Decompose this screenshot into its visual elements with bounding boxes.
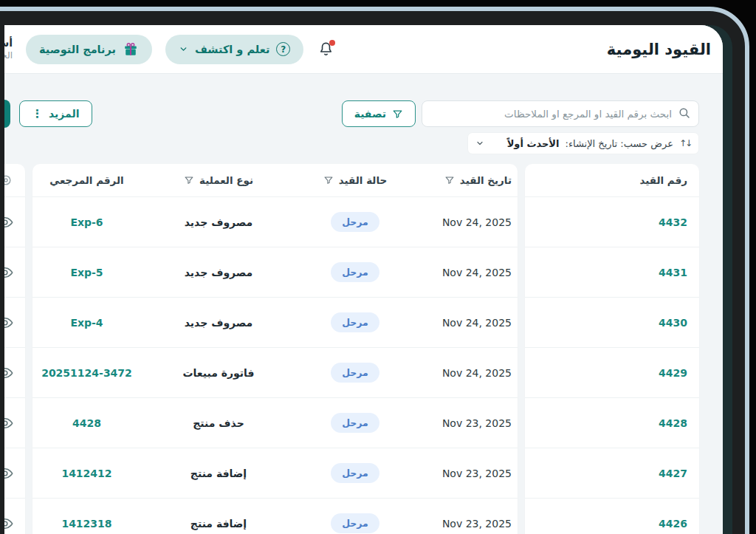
table-row: 4432 [525, 196, 699, 247]
sort-row: ↓↑ عرض حسب: تاريخ الإنشاء: الأحدث أولاً [4, 132, 699, 154]
device-frame: القيود اليومية ? تعلم و اكتشف [0, 7, 749, 534]
entry-date-cell: Nov 23, 2025 [414, 518, 518, 530]
reference-link[interactable]: 1412318 [61, 518, 111, 530]
reference-link[interactable]: Exp-5 [70, 267, 103, 278]
column-header-type[interactable]: نوع العملية [141, 174, 296, 186]
view-entry-icon[interactable] [4, 214, 13, 230]
entry-number-link[interactable]: 4427 [659, 468, 687, 479]
table-row [4, 247, 25, 297]
column-header-number: رقم القيد [525, 164, 699, 196]
more-button[interactable]: المزيد ⋮ [19, 100, 92, 127]
main-table-body: Nov 24, 2025مرحلمصروف جديدExp-6Nov 24, 2… [32, 196, 518, 534]
learn-discover-button[interactable]: ? تعلم و اكتشف [165, 35, 303, 64]
table-row: 4426 [525, 498, 699, 534]
page-title: القيود اليومية [607, 41, 711, 58]
entry-number-link[interactable]: 4431 [659, 267, 687, 278]
entry-status-cell: مرحل [296, 363, 414, 383]
reference-cell: 4428 [32, 417, 141, 429]
status-badge: مرحل [331, 262, 379, 282]
funnel-icon[interactable] [184, 175, 194, 185]
reference-link[interactable]: Exp-4 [70, 317, 103, 329]
table-row: 4430 [525, 297, 699, 347]
referral-program-label: برنامج التوصية [39, 44, 116, 55]
entry-status-cell: مرحل [296, 413, 414, 433]
notifications-button[interactable] [317, 41, 334, 58]
entry-status-cell: مرحل [296, 513, 414, 533]
notification-dot [329, 40, 335, 46]
view-entry-icon[interactable] [4, 415, 13, 431]
entry-date-cell: Nov 23, 2025 [414, 417, 518, 429]
table-row [4, 347, 25, 397]
status-badge: مرحل [331, 413, 379, 433]
sort-dropdown[interactable]: ↓↑ عرض حسب: تاريخ الإنشاء: الأحدث أولاً [467, 132, 699, 154]
table-row: Nov 24, 2025مرحلمصروف جديدExp-5 [32, 247, 518, 297]
reference-cell: Exp-4 [32, 317, 141, 329]
app-screen: القيود اليومية ? تعلم و اكتشف [4, 25, 723, 534]
view-entry-icon[interactable] [4, 465, 13, 482]
view-entry-icon[interactable] [4, 264, 13, 281]
view-entry-icon[interactable] [4, 516, 13, 532]
table-row: Nov 24, 2025مرحلمصروف جديدExp-6 [32, 196, 518, 247]
operation-type-cell: إضافة منتج [141, 518, 296, 530]
entry-status-cell: مرحل [296, 463, 414, 483]
status-badge: مرحل [331, 463, 379, 483]
table-row [4, 297, 25, 347]
sort-arrows-icon: ↓↑ [679, 138, 691, 148]
entry-number-link[interactable]: 4428 [659, 417, 687, 429]
operation-type-cell: مصروف جديد [141, 317, 296, 329]
table-row: 4431 [525, 247, 699, 297]
status-badge: مرحل [331, 212, 379, 232]
entry-date-cell: Nov 23, 2025 [414, 468, 518, 479]
learn-discover-label: تعلم و اكتشف [195, 44, 269, 55]
view-entry-icon[interactable] [4, 365, 13, 381]
actions-column [4, 164, 25, 534]
filter-button[interactable]: تصفية [342, 100, 416, 127]
column-settings-icon[interactable] [4, 173, 13, 188]
view-entry-icon[interactable] [4, 315, 13, 331]
referral-program-button[interactable]: برنامج التوصية [26, 35, 152, 64]
column-header-reference: الرقم المرجعي [32, 174, 141, 186]
user-name: أسامة [4, 37, 13, 50]
gift-icon [123, 41, 139, 58]
filter-label: تصفية [354, 108, 386, 120]
sort-label: عرض حسب: تاريخ الإنشاء: [566, 138, 673, 149]
table-row: Nov 24, 2025مرحلمصروف جديدExp-4 [32, 297, 518, 347]
user-role: الحساب [4, 50, 13, 61]
operation-type-cell: مصروف جديد [141, 267, 296, 278]
reference-link[interactable]: Exp-6 [70, 216, 103, 228]
status-badge: مرحل [331, 513, 379, 533]
chevron-down-icon [475, 139, 484, 148]
header-actions: ? تعلم و اكتشف [4, 35, 334, 64]
entry-number-link[interactable]: 4429 [659, 367, 687, 379]
reference-link[interactable]: 1412412 [61, 468, 111, 479]
table-row [4, 448, 25, 498]
operation-type-cell: فاتورة مبيعات [141, 367, 296, 379]
operation-type-cell: إضافة منتج [141, 468, 296, 479]
funnel-icon[interactable] [323, 175, 334, 185]
entry-number-link[interactable]: 4430 [659, 317, 687, 329]
entry-date-cell: Nov 24, 2025 [414, 267, 518, 278]
entry-number-link[interactable]: 4426 [659, 518, 687, 530]
chevron-down-icon [179, 44, 188, 54]
reference-link[interactable]: 4428 [72, 417, 101, 429]
table-row: 4429 [525, 347, 699, 397]
new-entry-button[interactable] [4, 100, 10, 128]
user-account[interactable]: أسامة الحساب [4, 37, 13, 61]
reference-cell: 1412318 [32, 518, 141, 530]
funnel-icon[interactable] [444, 175, 455, 185]
kebab-menu-icon: ⋮ [32, 109, 43, 120]
more-label: المزيد [49, 108, 80, 120]
column-header-date[interactable]: تاريخ القيد [414, 174, 518, 186]
column-header-actions [4, 164, 25, 196]
column-header-status[interactable]: حالة القيد [296, 174, 414, 186]
table-row: Nov 23, 2025مرحلإضافة منتج1412318 [32, 498, 518, 534]
reference-cell: 20251124-3472 [32, 367, 141, 379]
status-badge: مرحل [331, 312, 379, 332]
reference-link[interactable]: 20251124-3472 [41, 367, 132, 379]
status-badge: مرحل [331, 363, 379, 383]
search-input[interactable] [422, 100, 699, 127]
entry-number-link[interactable]: 4432 [659, 216, 687, 228]
table-row: Nov 24, 2025مرحلفاتورة مبيعات20251124-34… [32, 347, 518, 397]
entry-date-cell: Nov 24, 2025 [414, 317, 518, 329]
table-row: Nov 23, 2025مرحلحذف منتج4428 [32, 397, 518, 448]
